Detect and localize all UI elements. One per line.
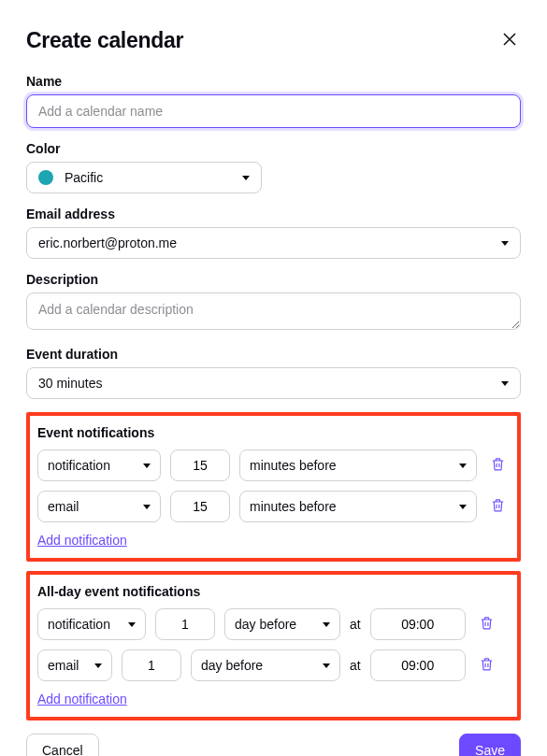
notification-type-value: email xyxy=(48,499,79,514)
notification-row: notification minutes before xyxy=(37,449,510,481)
chevron-down-icon xyxy=(143,464,151,468)
allday-type-select[interactable]: email xyxy=(37,649,112,681)
chevron-down-icon xyxy=(501,381,509,386)
notification-unit-select[interactable]: minutes before xyxy=(239,491,477,522)
event-notifications-label: Event notifications xyxy=(37,425,510,440)
email-select[interactable]: eric.norbert@proton.me xyxy=(26,227,521,259)
allday-unit-select[interactable]: day before xyxy=(224,608,340,640)
allday-type-value: notification xyxy=(48,617,110,632)
notification-amount-input[interactable] xyxy=(170,491,230,522)
color-select[interactable]: Pacific xyxy=(26,162,262,193)
delete-notification-button[interactable] xyxy=(486,493,510,520)
notification-type-select[interactable]: notification xyxy=(37,449,161,481)
allday-unit-select[interactable]: day before xyxy=(191,649,340,681)
allday-amount-input[interactable] xyxy=(122,649,181,681)
chevron-down-icon xyxy=(501,241,509,246)
chevron-down-icon xyxy=(323,622,330,627)
allday-notifications-label: All-day event notifications xyxy=(37,584,510,599)
delete-notification-button[interactable] xyxy=(475,611,498,637)
save-button[interactable]: Save xyxy=(459,734,521,756)
allday-type-value: email xyxy=(48,658,79,673)
allday-type-select[interactable]: notification xyxy=(37,608,146,640)
chevron-down-icon xyxy=(143,505,151,509)
trash-icon xyxy=(479,656,495,672)
chevron-down-icon xyxy=(459,464,467,468)
notification-unit-select[interactable]: minutes before xyxy=(239,449,477,481)
chevron-down-icon xyxy=(323,663,330,668)
color-value: Pacific xyxy=(65,170,103,185)
close-icon xyxy=(502,32,517,47)
add-notification-button[interactable]: Add notification xyxy=(37,533,127,548)
allday-time-input[interactable] xyxy=(370,649,466,681)
chevron-down-icon xyxy=(128,622,136,627)
allday-time-input[interactable] xyxy=(370,608,466,640)
close-button[interactable] xyxy=(498,28,521,53)
name-input[interactable] xyxy=(26,94,521,128)
description-input[interactable] xyxy=(26,292,521,330)
description-label: Description xyxy=(26,272,521,287)
notification-amount-input[interactable] xyxy=(170,449,230,481)
allday-unit-value: day before xyxy=(201,658,263,673)
notification-row: email day before at xyxy=(37,649,510,681)
name-label: Name xyxy=(26,74,521,89)
chevron-down-icon xyxy=(94,663,102,668)
at-label: at xyxy=(350,617,361,632)
color-label: Color xyxy=(26,141,521,156)
notification-row: notification day before at xyxy=(37,608,510,640)
add-allday-notification-button[interactable]: Add notification xyxy=(37,692,127,706)
notification-type-value: notification xyxy=(48,458,110,473)
email-value: eric.norbert@proton.me xyxy=(38,235,177,250)
allday-unit-value: day before xyxy=(235,617,296,632)
color-dot-icon xyxy=(38,170,53,185)
page-title: Create calendar xyxy=(26,28,183,53)
trash-icon xyxy=(490,456,506,472)
trash-icon xyxy=(479,615,495,631)
at-label: at xyxy=(350,658,361,673)
notification-unit-value: minutes before xyxy=(250,499,337,514)
notification-row: email minutes before xyxy=(37,491,510,522)
delete-notification-button[interactable] xyxy=(475,652,498,678)
notification-type-select[interactable]: email xyxy=(37,491,161,522)
delete-notification-button[interactable] xyxy=(486,452,510,478)
notification-unit-value: minutes before xyxy=(250,458,337,473)
email-label: Email address xyxy=(26,207,521,221)
chevron-down-icon xyxy=(459,505,467,509)
event-duration-label: Event duration xyxy=(26,347,521,362)
allday-amount-input[interactable] xyxy=(155,608,215,640)
event-notifications-section: Event notifications notification minutes… xyxy=(26,412,521,562)
event-duration-select[interactable]: 30 minutes xyxy=(26,367,521,399)
trash-icon xyxy=(490,497,506,513)
chevron-down-icon xyxy=(242,176,250,180)
cancel-button[interactable]: Cancel xyxy=(26,734,99,756)
event-duration-value: 30 minutes xyxy=(38,376,102,391)
allday-notifications-section: All-day event notifications notification… xyxy=(26,571,521,720)
